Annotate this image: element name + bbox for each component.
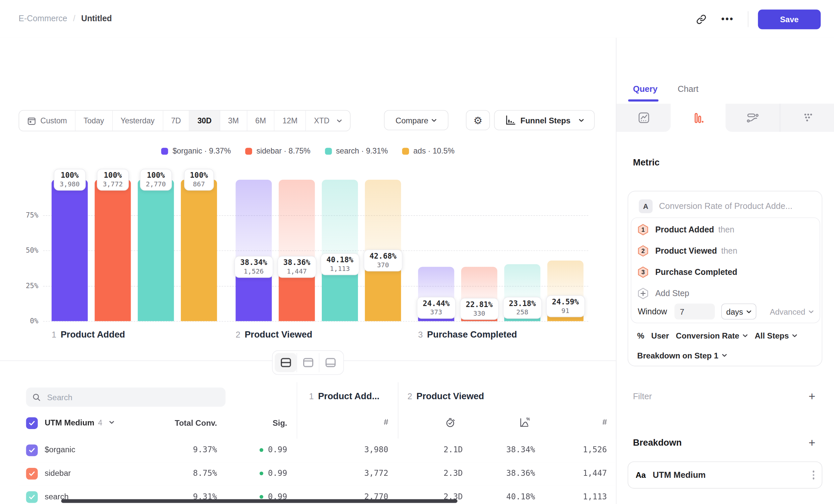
col-total-conv[interactable]: Total Conv.	[164, 418, 217, 428]
table-step1-header: 1 Product Add...	[309, 391, 379, 402]
bar-pct-label: 100%	[60, 171, 80, 179]
bar-count-label: 258	[509, 308, 536, 316]
funnel-bar[interactable]	[322, 180, 358, 321]
tab-query[interactable]: Query	[633, 85, 658, 94]
more-ellipsis-icon: •••	[721, 14, 734, 25]
add-filter-button[interactable]: +	[809, 391, 815, 402]
add-breakdown-button[interactable]: +	[809, 437, 815, 449]
query-panel: Query Chart Metric A Conversion Rate of …	[616, 38, 834, 504]
legend-swatch	[402, 147, 409, 155]
row-checkbox[interactable]	[26, 468, 38, 479]
group-count: 4	[98, 418, 103, 427]
metric-step-suffix: then	[721, 246, 737, 256]
metric-step[interactable]: 3Purchase Completed	[638, 264, 813, 280]
chart-type-scatter-tab[interactable]	[780, 104, 834, 132]
group-by-selector[interactable]: UTM Medium 4	[45, 418, 115, 427]
range-30d-button[interactable]: 30D	[190, 110, 220, 131]
svg-text:2: 2	[641, 247, 644, 254]
breadcrumb-project[interactable]: E-Commerce	[19, 14, 67, 24]
bar-value-label: 23.18%258	[503, 297, 542, 319]
stopwatch-check-icon[interactable]	[445, 417, 456, 428]
table-row[interactable]: sidebar0.998.75%3,7722.3D38.36%1,447	[20, 462, 616, 486]
split-horizontal-icon	[280, 357, 291, 368]
metric-step[interactable]: 1Product Addedthen	[638, 221, 813, 238]
bar-pct-label: 40.18%	[326, 256, 353, 264]
chart-type-line-tab[interactable]	[616, 104, 671, 132]
breakdown-on-step-selector[interactable]: Breakdown on Step 1	[637, 351, 727, 360]
bar-pct-label: 42.68%	[370, 252, 396, 260]
svg-text:%: %	[526, 417, 529, 421]
window-unit-select[interactable]: days	[721, 303, 756, 319]
top-bar-divider	[748, 11, 748, 27]
legend-item[interactable]: $organic · 9.37%	[161, 147, 231, 156]
share-link-button[interactable]	[690, 9, 711, 29]
select-all-checkbox[interactable]	[26, 417, 38, 429]
legend-item[interactable]: search · 9.31%	[325, 147, 388, 156]
funnel-step-labels: 1Product Added2Product Viewed3Purchase C…	[0, 329, 616, 344]
svg-text:1: 1	[641, 226, 644, 233]
range-today-button[interactable]: Today	[75, 110, 113, 131]
layout-table-only-button[interactable]	[319, 353, 341, 372]
funnel-bar[interactable]	[138, 180, 174, 321]
chevron-down-icon	[109, 420, 114, 424]
range-6m-button[interactable]: 6M	[247, 110, 275, 131]
range-3m-button[interactable]: 3M	[220, 110, 247, 131]
funnel-bar[interactable]	[52, 180, 88, 321]
metric-name[interactable]: Conversion Rate of Product Adde...	[659, 202, 792, 211]
chart-settings-button[interactable]: ⚙	[466, 110, 490, 130]
bar-pct-label: 22.81%	[466, 300, 492, 309]
chevron-down-icon	[809, 310, 814, 313]
funnel-bar[interactable]	[181, 180, 217, 321]
add-step-button[interactable]: Add Step	[638, 285, 689, 302]
search-input[interactable]	[46, 392, 219, 402]
chart-legend: $organic · 9.37%sidebar · 8.75%search · …	[0, 147, 616, 156]
legend-item[interactable]: sidebar · 8.75%	[245, 147, 310, 156]
link-icon	[696, 14, 706, 24]
sig-dot	[259, 448, 263, 452]
bar-value-label: 100%867	[184, 169, 214, 191]
metric-step[interactable]: 2Product Viewedthen	[638, 243, 813, 259]
save-button[interactable]: Save	[758, 9, 821, 29]
measured-as-selector[interactable]: Conversion Rate	[676, 331, 748, 340]
chart-type-funnel-tab[interactable]	[671, 104, 725, 132]
range-7d-button[interactable]: 7D	[163, 110, 190, 131]
chevron-down-icon	[742, 334, 748, 338]
conversion-chart-icon[interactable]: %	[519, 417, 530, 428]
layout-split-button[interactable]	[275, 353, 297, 372]
bar-value-label: 100%3,772	[97, 169, 129, 191]
step-name: Product Viewed	[244, 329, 312, 340]
step-number: 2	[236, 330, 240, 340]
horizontal-scrollbar-thumb[interactable]	[61, 499, 457, 503]
funnel-bar[interactable]	[279, 180, 315, 321]
breakdown-property-card[interactable]: Aa UTM Medium	[628, 462, 822, 489]
funnel-bar[interactable]	[94, 180, 131, 321]
more-menu-button[interactable]: •••	[717, 9, 738, 29]
row-checkbox[interactable]	[26, 444, 38, 456]
table-row[interactable]: $organic0.999.37%3,9802.1D38.34%1,526	[20, 439, 616, 462]
hash-icon[interactable]: #	[554, 417, 607, 427]
col-sig[interactable]: Sig.	[234, 418, 287, 428]
tab-chart[interactable]: Chart	[678, 85, 699, 94]
legend-item[interactable]: ads · 10.5%	[402, 147, 455, 156]
chart-type-flows-tab[interactable]	[725, 104, 780, 132]
range-12m-button[interactable]: 12M	[275, 110, 306, 131]
counting-selector[interactable]: User	[651, 331, 669, 340]
compare-button[interactable]: Compare	[384, 110, 448, 130]
row-sig: 0.99	[234, 468, 287, 478]
hash-icon[interactable]: #	[335, 417, 388, 427]
funnel-bar[interactable]	[236, 180, 272, 321]
range-yesterday-button[interactable]: Yesterday	[112, 110, 163, 131]
kebab-icon[interactable]	[812, 471, 814, 479]
chart-type-selector[interactable]: Funnel Steps	[494, 110, 594, 130]
breadcrumb-title[interactable]: Untitled	[81, 14, 112, 24]
range-custom-button[interactable]: Custom	[19, 110, 75, 131]
y-tick-label: 50%	[12, 246, 38, 254]
window-value-input[interactable]	[675, 303, 715, 319]
step-number-hexagon: 1	[638, 224, 648, 235]
bar-value-label: 100%3,980	[54, 169, 86, 191]
advanced-toggle[interactable]: Advanced	[770, 307, 814, 316]
range-xtd-button[interactable]: XTD	[306, 110, 350, 131]
steps-scope-selector[interactable]: All Steps	[755, 331, 797, 340]
layout-chart-only-button[interactable]	[297, 353, 319, 372]
row-checkbox[interactable]	[26, 491, 38, 503]
